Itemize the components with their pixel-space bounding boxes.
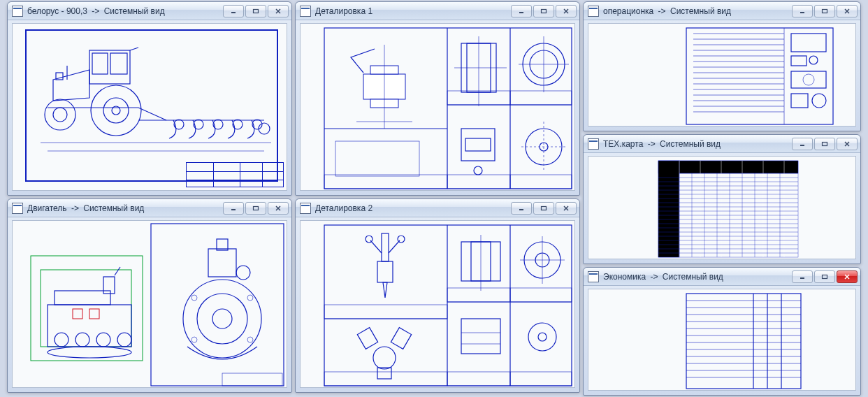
window-controls	[223, 202, 289, 215]
svg-point-128	[373, 347, 396, 369]
svg-rect-50	[461, 129, 495, 161]
close-button[interactable]	[837, 270, 858, 283]
svg-point-85	[803, 74, 814, 85]
svg-rect-94	[55, 291, 110, 305]
cad-file-icon	[12, 203, 23, 214]
window-detalirovka1: Деталировка 1	[295, 1, 580, 196]
svg-point-10	[45, 99, 75, 130]
titlebar[interactable]: Экономика -> Системный вид	[584, 268, 860, 286]
maximize-button[interactable]	[533, 202, 554, 215]
svg-point-111	[191, 337, 197, 342]
svg-rect-89	[254, 206, 259, 210]
svg-rect-101	[73, 309, 82, 319]
title-block	[186, 162, 284, 187]
tractor-drawing	[27, 31, 285, 185]
titlebar[interactable]: Деталировка 2	[296, 199, 579, 217]
titlebar[interactable]: операционка -> Системный вид	[584, 2, 860, 20]
titlebar[interactable]: Двигатель -> Системный вид	[8, 199, 291, 217]
svg-rect-129	[357, 328, 377, 349]
window-controls	[223, 5, 289, 17]
svg-point-104	[197, 294, 247, 344]
window-title: ТЕХ.карта -> Системный вид	[603, 139, 792, 149]
minimize-button[interactable]	[792, 270, 813, 283]
svg-rect-122	[377, 261, 393, 282]
maximize-button[interactable]	[245, 202, 266, 215]
svg-line-124	[370, 240, 382, 253]
minimize-button[interactable]	[511, 5, 532, 17]
maximize-button[interactable]	[533, 5, 554, 17]
svg-marker-123	[383, 282, 387, 298]
window-dvigatel: Двигатель -> Системный вид	[7, 198, 292, 393]
svg-rect-143	[510, 288, 572, 302]
svg-rect-115	[542, 206, 547, 210]
svg-rect-28	[542, 9, 547, 13]
svg-point-52	[474, 166, 482, 175]
window-controls	[511, 202, 577, 215]
svg-point-100	[48, 347, 131, 358]
window-ekonomika: Экономика -> Системный вид	[583, 267, 861, 396]
window-title: Деталировка 2	[315, 203, 511, 213]
titlebar[interactable]: Деталировка 1	[296, 2, 579, 20]
cad-file-icon	[12, 6, 23, 17]
minimize-button[interactable]	[223, 202, 244, 215]
minimize-button[interactable]	[792, 5, 813, 17]
cad-file-icon	[588, 138, 599, 150]
svg-rect-1	[254, 9, 259, 13]
svg-rect-145	[447, 372, 510, 386]
svg-marker-6	[53, 70, 89, 101]
window-title: Экономика -> Системный вид	[603, 272, 792, 282]
window-controls	[792, 138, 858, 150]
svg-rect-86	[791, 94, 808, 108]
svg-rect-152	[658, 161, 679, 257]
close-button[interactable]	[556, 202, 577, 215]
maximize-button[interactable]	[814, 5, 835, 17]
drawing-canvas[interactable]	[588, 156, 856, 259]
svg-rect-142	[447, 288, 510, 302]
close-button[interactable]	[268, 5, 289, 17]
svg-rect-63	[823, 9, 827, 13]
window-tekhkarta: ТЕХ.карта -> Системный вид	[583, 134, 861, 264]
details-drawing	[301, 24, 575, 191]
svg-point-127	[398, 236, 405, 243]
operation-sheet	[588, 24, 856, 127]
svg-point-141	[538, 333, 547, 341]
drawing-canvas[interactable]	[300, 23, 575, 191]
close-button[interactable]	[837, 138, 858, 150]
svg-rect-84	[791, 71, 826, 88]
maximize-button[interactable]	[814, 138, 835, 150]
close-button[interactable]	[837, 5, 858, 17]
minimize-button[interactable]	[511, 202, 532, 215]
svg-point-98	[96, 333, 110, 347]
svg-point-126	[366, 236, 372, 243]
minimize-button[interactable]	[792, 138, 813, 150]
svg-rect-60	[447, 175, 510, 189]
window-title: Двигатель -> Системный вид	[27, 203, 223, 213]
titlebar[interactable]: ТЕХ.карта -> Системный вид	[584, 135, 860, 153]
window-controls	[792, 5, 858, 17]
svg-rect-106	[208, 249, 236, 277]
svg-rect-83	[791, 56, 806, 66]
close-button[interactable]	[556, 5, 577, 17]
svg-rect-51	[465, 138, 491, 151]
svg-rect-189	[823, 275, 827, 278]
minimize-button[interactable]	[223, 5, 244, 17]
close-button[interactable]	[268, 202, 289, 215]
svg-rect-90	[151, 224, 284, 386]
svg-point-87	[812, 94, 826, 108]
svg-point-108	[236, 266, 250, 280]
svg-rect-113	[222, 373, 282, 386]
maximize-button[interactable]	[245, 5, 266, 17]
svg-line-5	[130, 48, 138, 50]
window-belorus: белорус - 900,3 -> Системный вид	[7, 1, 292, 196]
window-operatsionka: операционка -> Системный вид	[583, 1, 861, 131]
maximize-button[interactable]	[814, 270, 835, 283]
drawing-canvas[interactable]	[588, 23, 856, 127]
titlebar[interactable]: белорус - 900,3 -> Системный вид	[8, 2, 291, 20]
drawing-canvas[interactable]	[588, 289, 856, 391]
drawing-canvas[interactable]	[12, 220, 287, 388]
svg-rect-92	[41, 270, 131, 347]
svg-rect-146	[510, 372, 572, 386]
drawing-canvas[interactable]	[12, 23, 287, 191]
window-title: Деталировка 1	[315, 6, 511, 16]
drawing-canvas[interactable]	[300, 220, 575, 388]
